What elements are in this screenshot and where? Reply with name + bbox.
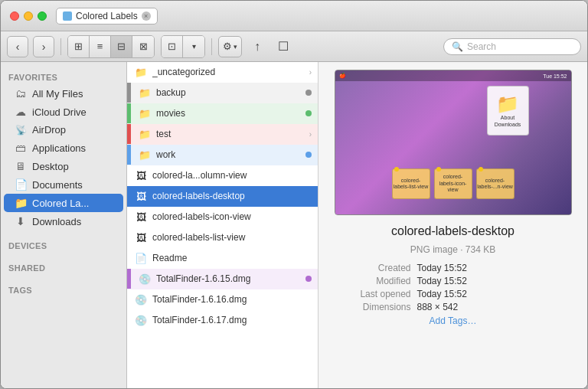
image-icon: 🖼: [133, 211, 149, 223]
file-item[interactable]: 💿 TotalFinder-1.6.16.dmg: [127, 289, 318, 310]
search-icon: 🔍: [452, 41, 463, 52]
minimize-button[interactable]: [24, 11, 33, 21]
folder-icon: 📁: [133, 66, 149, 78]
view-group-button[interactable]: ⊡: [162, 36, 183, 57]
folder-icon: 📁: [137, 128, 152, 140]
file-item[interactable]: 🖼 colored-labels-icon-view: [127, 207, 318, 227]
file-name: colored-labels-icon-view: [152, 211, 312, 222]
file-item[interactable]: 📄 Readme: [127, 248, 318, 269]
meta-value-modified: Today 15:52: [417, 276, 467, 286]
meta-value-last-opened: Today 15:52: [417, 289, 467, 299]
add-tags-link[interactable]: Add Tags…: [430, 315, 477, 326]
share-button[interactable]: ↑: [247, 36, 268, 57]
readme-icon: 📄: [133, 252, 149, 264]
sidebar-item-label: Documents: [32, 179, 83, 191]
view-column-icon: ⊟: [117, 41, 126, 52]
maximize-button[interactable]: [38, 11, 47, 21]
file-item[interactable]: 📁 movies: [127, 103, 318, 124]
view-icon-button[interactable]: ⊞: [68, 36, 90, 57]
all-my-files-icon: 🗂: [15, 87, 27, 100]
sidebar-item-label: All My Files: [32, 88, 83, 100]
favorites-header: Favorites: [1, 67, 126, 84]
image-icon: 🖼: [133, 231, 149, 244]
search-bar[interactable]: 🔍 Search: [443, 38, 581, 55]
view-group-dropdown[interactable]: ▾: [183, 36, 204, 57]
documents-icon: 📄: [15, 178, 27, 191]
view-icon-icon: ⊞: [74, 41, 83, 52]
devices-header: Devices: [1, 235, 126, 253]
preview-title: colored-labels-desktop: [391, 224, 514, 238]
meta-value-created: Today 15:52: [417, 263, 467, 273]
folder-icon: 📁: [137, 107, 152, 119]
file-item[interactable]: 📁 test ›: [127, 124, 318, 145]
toolbar-separator-2: [211, 38, 212, 55]
tags-header: Tags: [1, 279, 126, 297]
view-column-button[interactable]: ⊟: [111, 36, 132, 57]
tab-close-button[interactable]: ×: [142, 11, 151, 21]
window-tab[interactable]: Colored Labels ×: [56, 8, 158, 25]
sidebar-item-label: AirDrop: [32, 124, 66, 136]
file-item[interactable]: 💿 TotalFinder-1.6.17.dmg: [127, 310, 318, 331]
view-list-button[interactable]: ≡: [90, 36, 111, 57]
sidebar-item-airdrop[interactable]: 📡 AirDrop: [4, 121, 123, 139]
mini-file-icon-1: colored-labels-list-view: [392, 168, 430, 199]
mini-time: Tue 15:52: [543, 74, 567, 79]
sidebar-item-label: iCloud Drive: [32, 106, 87, 118]
sidebar-item-applications[interactable]: 🗃 Applications: [4, 139, 123, 157]
arrow-right-icon: ›: [309, 130, 312, 139]
action-button[interactable]: ☐: [273, 36, 294, 57]
mini-apple-icon: 🍎: [339, 73, 346, 79]
meta-label-last-opened: Last opened: [338, 289, 411, 299]
file-item[interactable]: 🖼 colored-labels-desktop: [127, 186, 318, 207]
file-item[interactable]: 📁 _uncategorized ›: [127, 62, 318, 83]
meta-row-dimensions: Dimensions 888 × 542: [338, 302, 568, 312]
meta-label-dimensions: Dimensions: [338, 302, 411, 312]
color-badge: [305, 90, 312, 96]
sidebar-item-desktop[interactable]: 🖥 Desktop: [4, 157, 123, 175]
folder-icon: 📁: [137, 149, 152, 161]
search-placeholder: Search: [467, 41, 496, 52]
view-cover-button[interactable]: ⊠: [132, 36, 154, 57]
sidebar-item-all-my-files[interactable]: 🗂 All My Files: [4, 84, 123, 103]
airdrop-icon: 📡: [15, 125, 27, 136]
share-icon: ↑: [254, 40, 260, 54]
sidebar-item-label: Desktop: [32, 161, 69, 172]
file-item[interactable]: 💿 TotalFinder-1.6.15.dmg: [127, 269, 318, 289]
mini-file-icon-3: colored-labels-...n-view: [476, 168, 514, 199]
folder-icon: [63, 11, 72, 21]
mini-icon-label-1: colored-labels-list-view: [394, 178, 429, 191]
sidebar-item-icloud-drive[interactable]: ☁ iCloud Drive: [4, 103, 123, 121]
mini-folder-icon: 📁: [496, 93, 519, 115]
file-item[interactable]: 🖼 colored-labels-list-view: [127, 227, 318, 248]
folder-icon: 📁: [137, 87, 152, 99]
action-icon: ☐: [278, 39, 289, 54]
gear-dropdown-icon: ▾: [234, 43, 237, 51]
sidebar-item-colored-labels[interactable]: 📁 Colored La...: [4, 194, 123, 212]
colored-labels-icon: 📁: [15, 197, 27, 209]
file-item[interactable]: 🖼 colored-la...olumn-view: [127, 165, 318, 186]
dmg-icon: 💿: [133, 293, 149, 306]
sidebar-item-downloads[interactable]: ⬇ Downloads: [4, 212, 123, 230]
forward-button[interactable]: ›: [33, 36, 54, 57]
file-name: TotalFinder-1.6.17.dmg: [152, 315, 312, 325]
sidebar-item-documents[interactable]: 📄 Documents: [4, 175, 123, 194]
action-dropdown-button[interactable]: ⚙ ▾: [218, 36, 242, 57]
mini-topbar: 🍎 Tue 15:52: [335, 70, 571, 81]
chevron-down-icon: ▾: [192, 42, 196, 51]
mini-dot-2: [436, 167, 441, 172]
sidebar-item-label: Downloads: [32, 216, 81, 227]
mini-file-icons: colored-labels-list-view colored-labels-…: [392, 168, 514, 199]
file-item[interactable]: 📁 backup: [127, 83, 318, 103]
color-badge: [305, 276, 312, 282]
meta-row-last-opened: Last opened Today 15:52: [338, 289, 568, 299]
back-button[interactable]: ‹: [7, 36, 28, 57]
file-list: 📁 _uncategorized › 📁 backup 📁 movies: [127, 62, 318, 388]
preview-subtitle: PNG image · 734 KB: [410, 244, 495, 255]
meta-row-created: Created Today 15:52: [338, 263, 568, 273]
close-button[interactable]: [10, 11, 19, 21]
file-item[interactable]: 📁 work: [127, 145, 318, 165]
view-group-icon: ⊡: [168, 41, 176, 52]
mini-icon-label-2: colored-labels-icon-view: [435, 174, 472, 193]
mini-about-label: AboutDownloads: [495, 115, 521, 128]
mini-desktop: 🍎 Tue 15:52 📁 AboutDownloads colored-lab…: [335, 70, 571, 214]
